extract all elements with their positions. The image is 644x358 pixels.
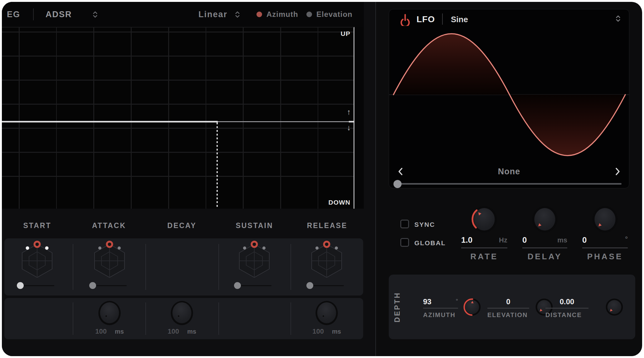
graph-up-label: UP: [341, 30, 350, 37]
chevron-updown-icon[interactable]: [615, 15, 621, 22]
delay-unit: ms: [557, 236, 567, 244]
envelope-release-dashed-line: [217, 122, 218, 209]
underline: [582, 247, 628, 248]
azimuth-depth-cell: 93 ° AZIMUTH: [423, 275, 458, 339]
global-checkbox[interactable]: [400, 238, 409, 247]
start-position-pad[interactable]: [18, 240, 56, 281]
stage-times-panel: 100ms 100ms 100ms: [4, 298, 363, 339]
eg-label: EG: [7, 2, 20, 27]
plugin-window: EG ADSR Linear Azimuth: [2, 2, 642, 356]
nudge-down-arrow[interactable]: ↓: [347, 124, 351, 132]
sync-checkbox[interactable]: [400, 220, 409, 228]
pad-node-dot: [262, 246, 266, 250]
chevron-updown-icon: [235, 11, 240, 18]
delay-value[interactable]: 0: [522, 235, 527, 245]
envelope-line[interactable]: [2, 121, 218, 122]
rate-knob[interactable]: [470, 204, 499, 234]
release-time-knob[interactable]: [315, 300, 339, 326]
sustain-depth-slider-thumb[interactable]: [234, 282, 241, 289]
rate-unit: Hz: [499, 236, 507, 244]
decay-time-value: 100: [168, 327, 179, 335]
decay-time-group: 100ms: [151, 298, 213, 339]
pad-marker-ring: [324, 242, 329, 247]
panel-divider: [73, 302, 73, 335]
release-depth-slider-thumb[interactable]: [306, 282, 313, 289]
lfo-title: LFO: [417, 14, 435, 24]
envelope-line-tail[interactable]: [218, 121, 354, 122]
start-depth-slider[interactable]: [20, 285, 54, 286]
distance-depth-label: DISTANCE: [545, 311, 582, 319]
sustain-depth-slider[interactable]: [237, 285, 271, 286]
curve-mode-select[interactable]: Linear: [198, 2, 240, 27]
underline: [545, 308, 588, 309]
lfo-amount-slider-thumb[interactable]: [393, 180, 402, 188]
start-depth-slider-thumb[interactable]: [17, 282, 24, 289]
underline: [423, 308, 458, 309]
stage-label-release: RELEASE: [290, 221, 364, 231]
lfo-waveform-display[interactable]: [389, 29, 630, 157]
azimuth-depth-unit: °: [456, 298, 458, 304]
distance-depth-cell: 0.00 DISTANCE: [545, 275, 588, 339]
lfo-header-divider: [442, 13, 443, 25]
global-label: GLOBAL: [414, 239, 446, 247]
nudge-up-arrow[interactable]: ↑: [347, 108, 351, 116]
distance-depth-value[interactable]: 0.00: [545, 297, 588, 306]
panel-divider: [145, 302, 146, 335]
decay-time-knob[interactable]: [170, 300, 194, 326]
delay-knob[interactable]: [530, 204, 559, 234]
lfo-panel: LFO Sine None: [389, 9, 629, 188]
azimuth-radio[interactable]: Azimuth: [256, 2, 298, 27]
attack-depth-slider-thumb[interactable]: [89, 282, 96, 289]
pad-node-dot: [26, 246, 29, 250]
section-divider: [375, 2, 376, 356]
phase-param-group: 0 ° PHASE: [582, 204, 628, 261]
rate-value[interactable]: 1.0: [461, 235, 472, 245]
decay-time-unit: ms: [187, 328, 196, 335]
elevation-radio[interactable]: Elevation: [306, 2, 353, 27]
rate-param-group: 1.0 Hz RATE: [461, 204, 507, 261]
panel-divider: [290, 302, 291, 335]
phase-label: PHASE: [582, 252, 628, 261]
envelope-graph[interactable]: UP DOWN ↑ ↓: [2, 27, 354, 209]
lfo-header: LFO Sine: [389, 9, 629, 29]
stage-label-attack: ATTACK: [73, 221, 145, 231]
panel-divider: [145, 244, 146, 290]
panel-divider: [73, 244, 73, 290]
envelope-level-handle[interactable]: [349, 121, 354, 122]
pad-marker-ring: [35, 242, 40, 247]
power-icon[interactable]: [400, 13, 411, 26]
phase-knob[interactable]: [591, 204, 619, 234]
delay-label: DELAY: [522, 252, 567, 261]
release-depth-slider[interactable]: [310, 285, 344, 286]
phase-value[interactable]: 0: [582, 235, 587, 245]
pad-node-dot: [98, 246, 101, 250]
underline: [487, 308, 529, 309]
envelope-mode-select[interactable]: ADSR: [46, 2, 98, 27]
depth-panel: DEPTH 93 ° AZIMUTH 0 ELEVATION 0.00: [389, 275, 635, 339]
panel-divider: [218, 302, 219, 335]
underline: [522, 247, 567, 248]
lfo-target-value[interactable]: None: [389, 167, 629, 177]
distance-depth-knob[interactable]: [603, 295, 626, 319]
pad-node-dot: [335, 246, 338, 250]
attack-time-knob[interactable]: [98, 300, 121, 326]
release-time-value: 100: [312, 327, 324, 335]
azimuth-radio-dot: [256, 12, 262, 17]
stage-label-decay: DECAY: [145, 221, 218, 231]
lfo-shape-select[interactable]: Sine: [451, 15, 468, 24]
elevation-depth-value[interactable]: 0: [487, 297, 529, 306]
topbar-divider: [33, 8, 34, 20]
attack-position-pad[interactable]: [91, 240, 128, 281]
azimuth-depth-knob[interactable]: [460, 295, 484, 319]
pad-node-dot: [315, 246, 319, 250]
azimuth-depth-value[interactable]: 93: [423, 297, 432, 306]
sustain-position-pad[interactable]: [236, 240, 273, 281]
lfo-amount-slider[interactable]: [397, 183, 622, 185]
rate-label: RATE: [461, 252, 507, 261]
pad-node-dot: [118, 246, 121, 250]
next-arrow-icon[interactable]: [615, 167, 620, 176]
release-position-pad[interactable]: [308, 240, 345, 281]
pad-marker-ring: [252, 242, 257, 247]
depth-title: DEPTH: [393, 275, 402, 339]
attack-depth-slider[interactable]: [92, 285, 127, 286]
